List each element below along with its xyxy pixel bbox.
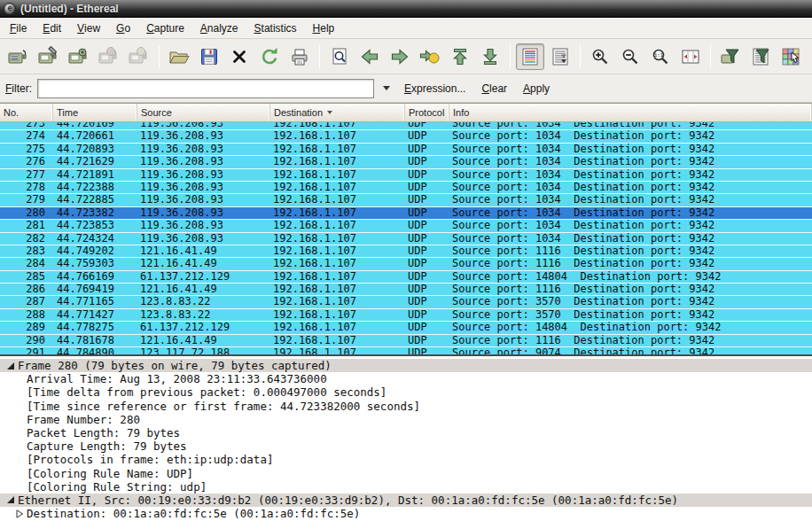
collapse-toggle[interactable] xyxy=(4,362,18,370)
packet-row[interactable]: 28644.769419121.16.41.49192.168.1.107UDP… xyxy=(0,284,812,296)
packet-row[interactable]: 28844.771427123.8.83.22192.168.1.107UDPS… xyxy=(0,309,812,322)
column-header-no[interactable]: No. xyxy=(0,104,53,121)
clear-button[interactable]: Clear xyxy=(476,81,512,97)
cell-time: 44.721891 xyxy=(53,169,137,181)
capture-start-button[interactable] xyxy=(65,43,93,70)
menu-go[interactable]: Go xyxy=(108,18,138,38)
capture-options-button[interactable] xyxy=(35,43,63,70)
titlebar[interactable]: e (Untitled) - Ethereal xyxy=(0,0,812,18)
column-header-time[interactable]: Time xyxy=(53,104,137,121)
app-icon[interactable]: e xyxy=(4,3,16,15)
save-button[interactable] xyxy=(195,43,223,70)
cell-info: Source port: 1034 Destination port: 9342 xyxy=(449,169,812,181)
cell-proto: UDP xyxy=(405,233,449,245)
expand-toggle[interactable] xyxy=(12,509,27,518)
column-header-protocol[interactable]: Protocol xyxy=(405,104,449,121)
display-filters-button[interactable] xyxy=(746,43,775,70)
colorize-button[interactable] xyxy=(516,43,544,70)
packet-row[interactable]: 28344.749202121.16.41.49192.168.1.107UDP… xyxy=(0,245,812,258)
capture-filters-button[interactable] xyxy=(716,43,745,70)
reload-button[interactable] xyxy=(255,43,284,70)
zoom-out-button[interactable] xyxy=(616,43,644,70)
packet-row-selected[interactable]: 28044.723382119.36.208.93192.168.1.107UD… xyxy=(0,207,812,220)
detail-line[interactable]: [Time delta from previous packet: 0.0004… xyxy=(0,385,812,399)
apply-button[interactable]: Apply xyxy=(518,81,555,97)
detail-line[interactable]: Arrival Time: Aug 13, 2008 23:11:33.6437… xyxy=(0,372,812,385)
packet-row[interactable]: 29044.781678121.16.41.49192.168.1.107UDP… xyxy=(0,335,812,347)
packet-row[interactable]: 27644.721629119.36.208.93192.168.1.107UD… xyxy=(0,156,812,168)
menu-analyze[interactable]: Analyze xyxy=(192,18,246,38)
packet-row[interactable]: 27344.720169119.36.208.93192.168.1.107UD… xyxy=(0,122,812,130)
detail-line[interactable]: [Time since reference or first frame: 44… xyxy=(0,400,812,413)
detail-line[interactable]: Capture Length: 79 bytes xyxy=(0,439,812,453)
packet-row[interactable]: 27744.721891119.36.208.93192.168.1.107UD… xyxy=(0,169,812,182)
cell-src: 123.8.83.22 xyxy=(137,296,270,307)
packet-list: No.TimeSourceDestinationProtocolInfo 273… xyxy=(0,103,812,354)
detail-line[interactable]: Packet Length: 79 bytes xyxy=(0,426,812,439)
detail-line-toplevel[interactable]: Frame 280 (79 bytes on wire, 79 bytes ca… xyxy=(0,359,812,372)
menu-help[interactable]: Help xyxy=(305,18,343,38)
collapse-toggle[interactable] xyxy=(4,495,18,504)
packet-row[interactable]: 29144.784890123.117.72.188192.168.1.107U… xyxy=(0,347,812,354)
autoscroll-button[interactable] xyxy=(546,43,574,70)
detail-line-toplevel[interactable]: Ethernet II, Src: 00:19:e0:33:d9:b2 (00:… xyxy=(0,494,812,507)
cell-info: Source port: 1034 Destination port: 9342 xyxy=(449,233,812,245)
packet-row[interactable]: 27544.720893119.36.208.93192.168.1.107UD… xyxy=(0,144,812,156)
go-forward-button[interactable] xyxy=(386,43,414,70)
print-button[interactable] xyxy=(285,43,314,70)
cell-src: 61.137.212.129 xyxy=(137,271,270,283)
go-to-first-button[interactable] xyxy=(446,43,474,70)
find-packet-button[interactable] xyxy=(325,43,354,70)
column-header-info[interactable]: Info xyxy=(449,104,812,121)
menu-file[interactable]: File xyxy=(2,18,35,38)
packet-row[interactable]: 27944.722885119.36.208.93192.168.1.107UD… xyxy=(0,194,812,206)
packet-row[interactable]: 28144.723853119.36.208.93192.168.1.107UD… xyxy=(0,220,812,232)
detail-line[interactable]: [Protocols in frame: eth:ip:udp:data] xyxy=(0,453,812,466)
zoom-in-button[interactable] xyxy=(586,43,614,70)
go-back-button[interactable] xyxy=(355,43,384,70)
menu-edit[interactable]: Edit xyxy=(35,18,69,38)
capture-interfaces-button[interactable] xyxy=(4,43,33,70)
column-header-source[interactable]: Source xyxy=(137,104,270,121)
go-bottom-icon xyxy=(480,46,501,67)
packet-row[interactable]: 28244.724324119.36.208.93192.168.1.107UD… xyxy=(0,233,812,245)
cell-src: 121.16.41.49 xyxy=(137,335,270,346)
menu-view[interactable]: View xyxy=(69,18,108,38)
go-to-packet-button[interactable] xyxy=(416,43,444,70)
packet-row[interactable]: 28744.771165123.8.83.22192.168.1.107UDPS… xyxy=(0,296,812,308)
toolbar-separator xyxy=(159,45,160,68)
cell-time: 44.784890 xyxy=(53,347,137,354)
detail-line[interactable]: [Coloring Rule String: udp] xyxy=(0,480,812,494)
cell-time: 44.724324 xyxy=(53,233,137,245)
menu-capture[interactable]: Capture xyxy=(138,18,192,38)
column-header-label: No. xyxy=(4,107,19,118)
packet-row[interactable]: 27444.720661119.36.208.93192.168.1.107UD… xyxy=(0,130,812,143)
detail-line[interactable]: Destination: 00:1a:a0:fd:fc:5e (00:1a:a0… xyxy=(0,507,812,520)
cell-time: 44.722885 xyxy=(53,194,137,206)
expander-collapsed-icon xyxy=(15,509,24,518)
cell-dst: 192.168.1.107 xyxy=(270,122,405,129)
go-to-last-button[interactable] xyxy=(476,43,504,70)
packet-row[interactable]: 28944.77827561.137.212.129192.168.1.107U… xyxy=(0,322,812,334)
cell-info: Source port: 14804 Destination port: 934… xyxy=(449,322,812,333)
filter-input[interactable] xyxy=(37,79,374,98)
packet-row[interactable]: 28544.76616961.137.212.129192.168.1.107U… xyxy=(0,271,812,284)
menu-statistics[interactable]: Statistics xyxy=(246,18,305,38)
detail-line[interactable]: [Coloring Rule Name: UDP] xyxy=(0,467,812,480)
cell-proto: UDP xyxy=(405,245,449,257)
toolbar-separator xyxy=(580,45,581,68)
packet-row[interactable]: 27844.722388119.36.208.93192.168.1.107UD… xyxy=(0,182,812,194)
expression-button[interactable]: Expression... xyxy=(399,81,471,97)
zoom-100-button[interactable]: 1:1 xyxy=(646,43,675,70)
resize-columns-button[interactable] xyxy=(676,43,705,70)
coloring-rules-button[interactable] xyxy=(777,43,805,70)
cell-time: 44.771427 xyxy=(53,309,137,321)
open-button[interactable] xyxy=(165,43,193,70)
filter-dropdown-button[interactable] xyxy=(379,81,394,97)
packet-row[interactable]: 28444.759303121.16.41.49192.168.1.107UDP… xyxy=(0,258,812,270)
detail-line-text: Destination: 00:1a:a0:fd:fc:5e (00:1a:a0… xyxy=(27,507,360,520)
detail-line[interactable]: Frame Number: 280 xyxy=(0,413,812,426)
close-button[interactable] xyxy=(225,43,254,70)
column-header-destination[interactable]: Destination xyxy=(270,104,405,121)
cell-no: 274 xyxy=(0,130,53,142)
